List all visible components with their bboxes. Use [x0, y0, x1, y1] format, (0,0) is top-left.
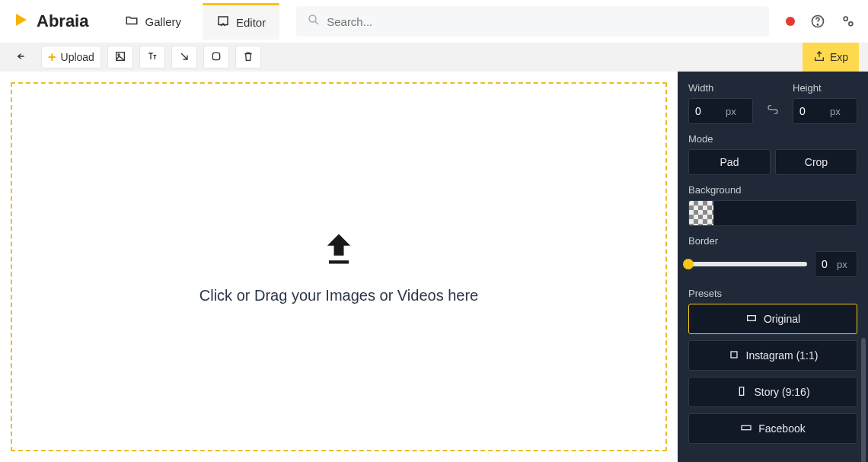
border-slider[interactable]	[688, 262, 807, 266]
portrait-icon	[736, 385, 748, 400]
arrow-tool-button[interactable]	[171, 46, 197, 69]
panel-scrollbar[interactable]	[861, 338, 866, 462]
svg-rect-14	[742, 425, 751, 429]
record-indicator-icon[interactable]	[786, 17, 795, 26]
play-icon	[12, 11, 30, 32]
background-swatch[interactable]	[688, 200, 857, 226]
height-input-wrap[interactable]: px	[793, 98, 857, 124]
shape-tool-button[interactable]	[203, 46, 229, 69]
toolbar: + Upload Exp	[0, 43, 868, 72]
height-label: Height	[793, 82, 857, 94]
export-button[interactable]: Exp	[803, 43, 859, 72]
settings-icon[interactable]	[841, 14, 856, 29]
undo-icon	[16, 50, 28, 65]
brand-logo[interactable]: Abraia	[12, 11, 88, 32]
preset-story[interactable]: Story (9:16)	[688, 377, 857, 407]
background-label: Background	[688, 184, 857, 196]
upload-button[interactable]: + Upload	[41, 46, 101, 69]
help-icon[interactable]	[810, 14, 825, 29]
height-unit: px	[830, 106, 841, 117]
svg-point-1	[309, 15, 316, 22]
square-icon	[728, 349, 740, 363]
text-tool-button[interactable]	[139, 46, 165, 69]
width-input-wrap[interactable]: px	[688, 98, 753, 124]
link-dimensions-button[interactable]	[767, 98, 779, 124]
properties-panel: Width px Height px Mode Pad Crop	[678, 72, 868, 462]
link-icon	[767, 104, 779, 119]
svg-rect-13	[740, 387, 744, 395]
svg-rect-12	[731, 352, 737, 358]
preset-facebook[interactable]: Facebook	[688, 413, 857, 444]
brand-name: Abraia	[37, 11, 88, 31]
image-icon	[114, 50, 126, 65]
preset-original-label: Original	[764, 313, 800, 325]
preset-instagram[interactable]: Instagram (1:1)	[688, 340, 857, 371]
wide-icon	[740, 422, 752, 436]
arrow-icon	[178, 50, 190, 65]
upload-icon	[319, 229, 359, 272]
preset-instagram-label: Instagram (1:1)	[746, 349, 819, 362]
tab-editor[interactable]: Editor	[203, 3, 279, 40]
width-unit: px	[726, 106, 736, 117]
delete-tool-button[interactable]	[235, 46, 261, 69]
search-box[interactable]	[296, 6, 769, 37]
height-input[interactable]	[799, 105, 830, 117]
export-icon	[813, 50, 825, 65]
text-icon	[146, 50, 158, 65]
svg-point-4	[817, 24, 818, 25]
border-label: Border	[688, 235, 857, 247]
tab-gallery-label: Gallery	[145, 15, 181, 28]
image-tool-button[interactable]	[107, 46, 133, 69]
dropzone-text: Click or Drag your Images or Videos here	[199, 287, 478, 304]
folder-icon	[125, 14, 139, 30]
presets-label: Presets	[688, 288, 857, 299]
tab-gallery[interactable]: Gallery	[111, 3, 195, 40]
svg-rect-10	[329, 260, 349, 263]
landscape-icon	[745, 312, 758, 327]
svg-point-8	[118, 54, 120, 56]
transparent-swatch-icon	[689, 201, 713, 225]
plus-icon: +	[48, 49, 56, 65]
slider-thumb[interactable]	[683, 259, 694, 269]
svg-rect-9	[212, 53, 219, 59]
preset-facebook-label: Facebook	[758, 422, 805, 435]
undo-button[interactable]	[9, 46, 35, 69]
search-input[interactable]	[327, 15, 758, 28]
border-value-wrap[interactable]: px	[815, 251, 857, 277]
dropzone[interactable]: Click or Drag your Images or Videos here	[11, 82, 667, 451]
upload-label: Upload	[61, 51, 94, 63]
tab-editor-label: Editor	[236, 16, 266, 29]
border-input[interactable]	[822, 258, 837, 270]
svg-line-2	[315, 21, 318, 24]
width-input[interactable]	[695, 105, 726, 117]
border-unit: px	[837, 259, 847, 270]
mode-crop-button[interactable]: Crop	[775, 149, 857, 175]
trash-icon	[242, 50, 254, 65]
editor-icon	[216, 14, 230, 30]
svg-rect-11	[748, 315, 756, 320]
rounded-square-icon	[210, 50, 222, 65]
preset-original[interactable]: Original	[688, 304, 857, 334]
export-label: Exp	[830, 51, 848, 63]
preset-story-label: Story (9:16)	[754, 386, 809, 398]
mode-label: Mode	[688, 133, 857, 145]
mode-pad-button[interactable]: Pad	[688, 149, 771, 175]
width-label: Width	[688, 82, 753, 94]
svg-point-5	[844, 17, 847, 21]
search-icon	[307, 13, 327, 30]
svg-point-6	[849, 22, 853, 26]
